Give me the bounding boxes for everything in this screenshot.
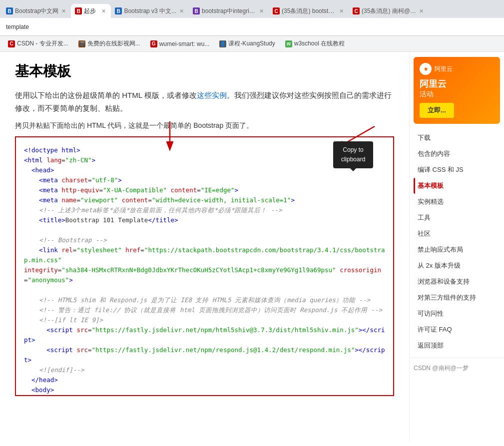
tab-favicon-t5: C	[273, 7, 280, 14]
sidebar-ad-button[interactable]: 立即...	[420, 103, 454, 118]
code-block: <!doctype html> <html lang="zh-CN"> <hea…	[24, 145, 385, 396]
tab-favicon-t1: B	[6, 7, 13, 14]
sidebar-nav-item-许可证_FAQ[interactable]: 许可证 FAQ	[414, 322, 500, 338]
browser-tab-t5[interactable]: C(35条消息) bootstrap int...✕	[269, 4, 349, 18]
sidebar-nav-item-社区[interactable]: 社区	[414, 226, 500, 242]
sidebar-ad-title: 阿里云	[420, 78, 494, 90]
arrow-container: Copy to clipboard <!doctype html> <html …	[15, 136, 394, 396]
tab-label-t5: (35条消息) bootstrap int...	[282, 7, 336, 15]
sidebar-nav-label: 返回顶部	[418, 341, 444, 350]
bookmark-icon: G	[150, 40, 157, 47]
sidebar-nav-item-浏览器和设备支持[interactable]: 浏览器和设备支持	[414, 274, 500, 290]
sidebar-nav-label: 实例精选	[418, 197, 444, 206]
tab-close-t4[interactable]: ✕	[258, 7, 265, 15]
sidebar-ad-subtitle: 活动	[420, 90, 494, 99]
sidebar-nav-label: 从 2x 版本升级	[418, 261, 461, 270]
sidebar-nav-label: 基本模板	[418, 181, 444, 190]
copy-tooltip: Copy to clipboard	[333, 141, 373, 168]
browser-tab-t1[interactable]: BBootstrap中文网✕	[2, 4, 71, 18]
bookmark-label: 课程-KuangStudy	[228, 39, 275, 48]
tab-close-t5[interactable]: ✕	[338, 7, 345, 15]
tab-close-t6[interactable]: ✕	[418, 7, 425, 15]
sidebar-nav-label: 编译 CSS 和 JS	[418, 165, 464, 174]
address-text: template	[6, 23, 29, 30]
sidebar-nav-label: 浏览器和设备支持	[418, 277, 470, 286]
tab-label-t6: (35条消息) 南柯@一...	[362, 7, 416, 15]
bookmark-icon: 👤	[219, 40, 226, 47]
sidebar-nav-item-返回顶部[interactable]: 返回顶部	[414, 338, 500, 354]
browser-tab-t6[interactable]: C(35条消息) 南柯@一...✕	[349, 4, 429, 18]
bookmark-label: wumei-smart: wu...	[159, 40, 210, 47]
copy-instruction: 拷贝并粘贴下面给出的 HTML 代码，这就是一个最简单的 Bootstrap 页…	[15, 121, 394, 130]
sidebar-nav-label: 许可证 FAQ	[418, 325, 452, 334]
sidebar-nav-item-编译_CSS_和_JS[interactable]: 编译 CSS 和 JS	[414, 162, 500, 178]
browser-tab-t2[interactable]: B起步✕	[71, 4, 111, 18]
page-title: 基本模板	[15, 62, 394, 81]
bookmark-item[interactable]: Gwumei-smart: wu...	[146, 39, 214, 49]
tab-favicon-t3: B	[115, 7, 122, 14]
tab-close-t2[interactable]: ✕	[100, 7, 107, 15]
bookmark-item[interactable]: ww3school 在线教程	[281, 38, 349, 49]
browser-chrome: BBootstrap中文网✕B起步✕BBootstrap v3 中文...✕Bb…	[0, 0, 504, 52]
sidebar-nav-item-工具[interactable]: 工具	[414, 210, 500, 226]
sidebar-footer: CSDN @南柯@一梦	[410, 358, 504, 379]
sidebar-nav-label: 可访问性	[418, 309, 444, 318]
sidebar-nav-label: 包含的内容	[418, 149, 450, 158]
tab-favicon-t6: C	[353, 7, 360, 14]
bookmark-item[interactable]: 👤课程-KuangStudy	[215, 38, 279, 49]
sidebar-ad: ⚜ 阿里云 阿里云 活动 立即...	[414, 57, 500, 124]
bookmark-item[interactable]: CCSDN - 专业开发...	[4, 38, 72, 49]
bookmark-icon: 🎬	[78, 40, 85, 47]
code-container: Copy to clipboard <!doctype html> <html …	[15, 136, 394, 396]
bookmark-label: 免费的在线影视网...	[87, 39, 140, 48]
sidebar-nav-item-基本模板[interactable]: 基本模板	[414, 178, 500, 194]
sidebar-nav-label: 社区	[418, 229, 431, 238]
browser-tab-t3[interactable]: BBootstrap v3 中文...✕	[111, 4, 189, 18]
tab-label-t4: bootstrap中integrity什么...	[202, 7, 256, 15]
bookmark-label: CSDN - 专业开发...	[17, 39, 68, 48]
sidebar-nav: 下载包含的内容编译 CSS 和 JS基本模板实例精选工具社区禁止响应式布局从 2…	[410, 130, 504, 354]
tab-label-t2: 起步	[84, 7, 98, 15]
sidebar-nav-item-实例精选[interactable]: 实例精选	[414, 194, 500, 210]
address-bar: template	[0, 18, 504, 36]
sidebar-nav-label: 对第三方组件的支持	[418, 293, 476, 302]
sidebar-nav-item-下载[interactable]: 下载	[414, 130, 500, 146]
sidebar-nav-label: 下载	[418, 133, 431, 142]
tab-favicon-t4: B	[193, 7, 200, 14]
sidebar-nav-label: 工具	[418, 213, 431, 222]
sidebar: ⚜ 阿里云 阿里云 活动 立即... 下载包含的内容编译 CSS 和 JS基本模…	[409, 52, 504, 442]
bookmark-label: w3school 在线教程	[294, 39, 345, 48]
sidebar-nav-item-可访问性[interactable]: 可访问性	[414, 306, 500, 322]
tab-bar: BBootstrap中文网✕B起步✕BBootstrap v3 中文...✕Bb…	[0, 0, 504, 18]
sidebar-nav-item-包含的内容[interactable]: 包含的内容	[414, 146, 500, 162]
tab-favicon-t2: B	[75, 7, 82, 14]
aliyun-icon: ⚜	[420, 63, 432, 75]
bookmarks-bar: CCSDN - 专业开发...🎬免费的在线影视网...Gwumei-smart:…	[0, 36, 504, 52]
tab-close-t1[interactable]: ✕	[60, 7, 67, 15]
tab-close-t3[interactable]: ✕	[178, 7, 185, 15]
page-wrapper: 基本模板 使用以下给出的这份超级简单的 HTML 模版，或者修改这些实例。我们强…	[0, 52, 504, 442]
bookmark-item[interactable]: 🎬免费的在线影视网...	[74, 38, 144, 49]
browser-tab-t4[interactable]: Bbootstrap中integrity什么...✕	[189, 4, 269, 18]
sidebar-nav-item-对第三方组件的支持[interactable]: 对第三方组件的支持	[414, 290, 500, 306]
tab-label-t1: Bootstrap中文网	[15, 7, 58, 15]
bookmark-icon: C	[8, 40, 15, 47]
sidebar-nav-label: 禁止响应式布局	[418, 245, 463, 254]
tab-label-t3: Bootstrap v3 中文...	[124, 7, 176, 15]
sidebar-ad-logo: ⚜ 阿里云	[420, 63, 494, 75]
intro-paragraph: 使用以下给出的这份超级简单的 HTML 模版，或者修改这些实例。我们强烈建议你对…	[15, 89, 394, 114]
sidebar-nav-item-禁止响应式布局[interactable]: 禁止响应式布局	[414, 242, 500, 258]
main-content: 基本模板 使用以下给出的这份超级简单的 HTML 模版，或者修改这些实例。我们强…	[0, 52, 409, 442]
example-link[interactable]: 这些实例	[197, 91, 227, 99]
sidebar-nav-item-从_2x_版本升级[interactable]: 从 2x 版本升级	[414, 258, 500, 274]
bookmark-icon: w	[285, 40, 292, 47]
